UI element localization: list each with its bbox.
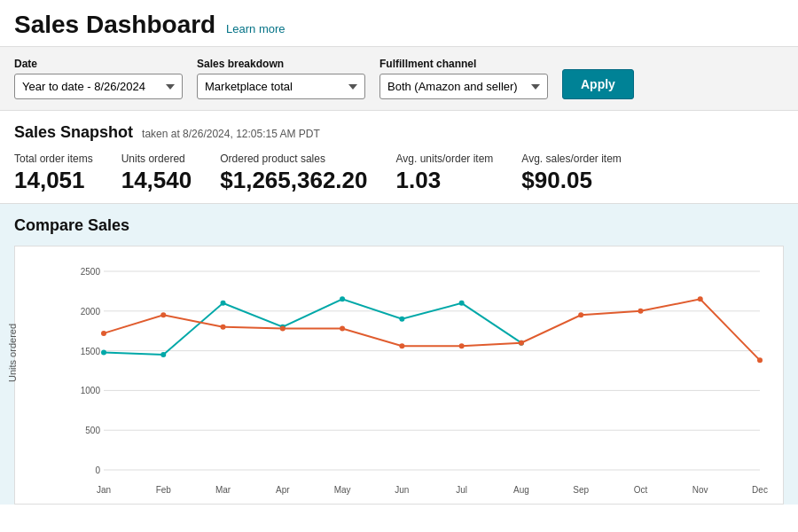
page-title: Sales Dashboard [14,11,215,38]
svg-point-37 [399,343,404,348]
svg-point-39 [519,340,524,346]
svg-point-29 [399,317,404,322]
metric-item: Avg. sales/order item $90.05 [521,153,650,194]
svg-text:Jan: Jan [97,485,111,495]
metric-value: $90.05 [521,167,622,194]
svg-text:2000: 2000 [81,307,101,317]
svg-point-33 [160,312,166,317]
svg-point-35 [280,326,286,332]
metric-value: 14,540 [121,167,192,194]
date-label: Date [14,58,183,70]
svg-text:Mar: Mar [215,485,231,495]
svg-point-43 [757,357,763,363]
date-select[interactable]: Year to date - 8/26/2024 [14,74,183,99]
metric-item: Ordered product sales $1,265,362.20 [220,153,395,194]
snapshot-section: Sales Snapshot taken at 8/26/2024, 12:05… [0,111,798,204]
line-chart: 05001000150020002500JanFebMarAprMayJunJu… [68,257,769,497]
svg-point-42 [698,296,703,301]
svg-text:2500: 2500 [81,267,101,277]
metric-value: 14,051 [14,167,93,194]
chart-container: Units ordered 05001000150020002500JanFeb… [14,246,784,505]
svg-text:Nov: Nov [692,485,708,495]
filter-bar: Date Year to date - 8/26/2024 Sales brea… [0,47,798,111]
sales-breakdown-select[interactable]: Marketplace total [197,74,365,99]
metric-value: $1,265,362.20 [220,167,367,194]
svg-text:Sep: Sep [573,485,589,495]
y-axis-label: Units ordered [7,324,18,382]
metric-label: Ordered product sales [220,153,367,165]
svg-point-30 [459,301,465,306]
metric-item: Total order items 14,051 [14,153,121,194]
compare-sales-title: Compare Sales [14,216,784,235]
fulfillment-label: Fulfillment channel [379,58,548,70]
metric-item: Units ordered 14,540 [121,153,221,194]
svg-point-28 [340,296,345,301]
svg-point-26 [221,301,226,306]
metric-label: Avg. sales/order item [521,153,622,165]
svg-text:May: May [334,485,351,495]
metric-label: Units ordered [121,153,192,165]
svg-text:1500: 1500 [81,347,101,356]
svg-point-40 [578,312,583,317]
learn-more-link[interactable]: Learn more [226,22,285,35]
compare-sales-section: Compare Sales Units ordered 050010001500… [0,204,798,505]
svg-text:Aug: Aug [513,485,529,495]
metric-label: Total order items [14,153,93,165]
chart-outer: Units ordered 05001000150020002500JanFeb… [22,257,776,497]
svg-text:0: 0 [95,466,100,475]
svg-point-36 [340,326,345,332]
svg-text:Oct: Oct [634,485,648,495]
metric-value: 1.03 [396,167,494,194]
fulfillment-select[interactable]: Both (Amazon and seller) [379,74,548,99]
sales-breakdown-label: Sales breakdown [197,58,365,70]
page-header: Sales Dashboard Learn more [0,0,798,47]
svg-text:500: 500 [85,426,100,435]
metric-label: Avg. units/order item [396,153,494,165]
snapshot-taken-at: taken at 8/26/2024, 12:05:15 AM PDT [142,128,320,140]
svg-text:Jun: Jun [395,485,409,495]
svg-text:1000: 1000 [81,386,101,395]
svg-point-34 [221,325,226,330]
date-filter-group: Date Year to date - 8/26/2024 [14,58,183,99]
snapshot-metrics: Total order items 14,051 Units ordered 1… [14,153,784,194]
svg-text:Feb: Feb [156,485,172,495]
sales-breakdown-filter-group: Sales breakdown Marketplace total [197,58,365,99]
svg-point-41 [638,309,643,314]
snapshot-header: Sales Snapshot taken at 8/26/2024, 12:05… [14,123,784,142]
svg-point-24 [101,349,106,355]
svg-point-32 [101,331,106,336]
apply-button[interactable]: Apply [562,69,634,99]
metric-item: Avg. units/order item 1.03 [396,153,522,194]
svg-text:Jul: Jul [456,485,467,495]
snapshot-title: Sales Snapshot [14,123,133,142]
svg-text:Dec: Dec [752,485,768,495]
fulfillment-filter-group: Fulfillment channel Both (Amazon and sel… [379,58,548,99]
svg-point-25 [160,352,166,357]
svg-point-38 [459,343,465,348]
svg-text:Apr: Apr [276,485,290,495]
